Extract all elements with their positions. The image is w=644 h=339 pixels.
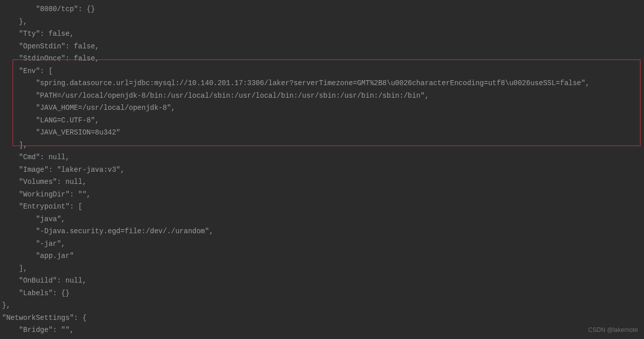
code-line: "-Djava.security.egd=file:/dev/./urandom… <box>2 225 644 238</box>
code-line: "Labels": {} <box>2 287 644 300</box>
code-line: "Image": "laker-java:v3", <box>2 164 644 176</box>
code-line: "Tty": false, <box>2 28 644 40</box>
code-line: "-jar", <box>2 238 644 250</box>
code-line: "Entrypoint": [ <box>2 200 644 213</box>
code-line: "WorkingDir": "", <box>2 188 644 201</box>
code-line: "spring.datasource.url=jdbc:mysql://10.1… <box>2 77 644 90</box>
code-line: "Env": [ <box>2 65 644 78</box>
code-line: "LANG=C.UTF-8", <box>2 114 644 127</box>
code-line: "app.jar" <box>2 250 644 262</box>
code-block: "8080/tcp": {} }, "Tty": false, "OpenStd… <box>2 3 644 336</box>
code-line: "java", <box>2 213 644 226</box>
code-line: "JAVA_VERSION=8u342" <box>2 126 644 139</box>
code-line: }, <box>2 16 644 28</box>
code-line: "Cmd": null, <box>2 151 644 164</box>
code-line: "StdinOnce": false, <box>2 52 644 65</box>
code-line: ], <box>2 262 644 275</box>
code-line: "PATH=/usr/local/openjdk-8/bin:/usr/loca… <box>2 90 644 102</box>
code-line: "JAVA_HOME=/usr/local/openjdk-8", <box>2 102 644 114</box>
code-line: "OpenStdin": false, <box>2 40 644 53</box>
code-line: "Bridge": "", <box>2 324 644 336</box>
code-line: "Volumes": null, <box>2 176 644 188</box>
code-line: "8080/tcp": {} <box>2 3 644 16</box>
code-line: }, <box>2 299 644 312</box>
code-line: "OnBuild": null, <box>2 275 644 287</box>
watermark: CSDN @lakernote <box>588 324 638 336</box>
code-area: "8080/tcp": {} }, "Tty": false, "OpenStd… <box>0 0 644 336</box>
code-line: ], <box>2 139 644 152</box>
code-line: "NetworkSettings": { <box>2 312 644 324</box>
